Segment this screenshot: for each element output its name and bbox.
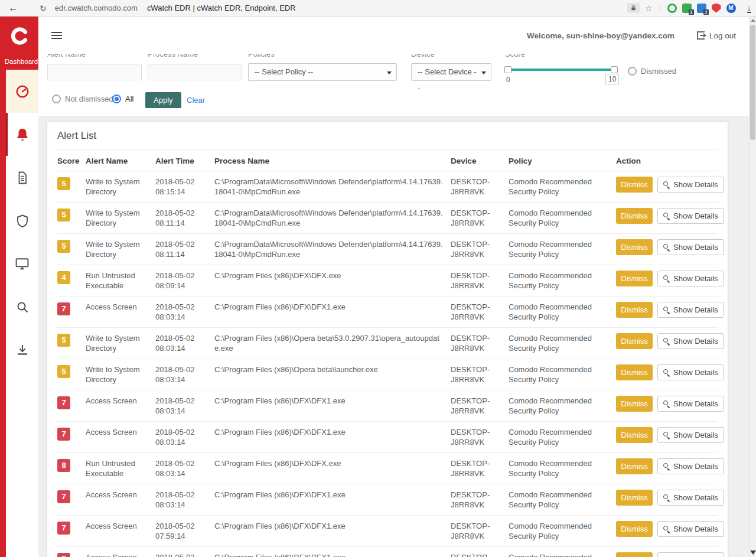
show-details-button[interactable]: Show Details [657, 239, 724, 255]
radio-circle-icon [628, 67, 637, 76]
device-cell: DESKTOP-J8RR8VK [451, 521, 509, 541]
action-cell: Dismiss Show Details [616, 490, 724, 506]
action-cell: Dismiss Show Details [616, 239, 724, 255]
not-dismissed-radio[interactable]: Not dismissed [52, 95, 113, 103]
dismiss-button[interactable]: Dismiss [616, 208, 653, 224]
dismiss-button[interactable]: Dismiss [616, 271, 653, 286]
device-cell: DESKTOP-J8RR8VK [451, 490, 509, 510]
dismiss-button[interactable]: Dismiss [616, 364, 653, 380]
show-details-button[interactable]: Show Details [657, 427, 724, 443]
sidebar-item-alerts[interactable] [6, 113, 38, 156]
extension-badge: 1 [689, 9, 693, 15]
all-radio[interactable]: All [112, 95, 133, 103]
alert-time-cell: 2018-05-02 08:11:14 [155, 208, 214, 228]
extension-blue-icon[interactable]: 1 [697, 4, 706, 13]
extension-shield-icon[interactable]: 1 [682, 4, 692, 13]
extension-red-shield-icon[interactable] [712, 4, 721, 13]
scrollbar-thumb[interactable] [750, 25, 755, 140]
sidebar-item-reports[interactable] [6, 156, 38, 199]
address-bar-url[interactable]: edr.cwatch.comodo.com [55, 4, 138, 12]
alert-time-cell: 2018-05-02 08:11:14 [155, 239, 214, 259]
all-radio-label: All [125, 95, 133, 103]
security-lock-icon[interactable] [627, 3, 640, 13]
downloads-icon[interactable]: ↓ [747, 3, 752, 13]
dismiss-button[interactable]: Dismiss [616, 490, 653, 506]
process-name-input[interactable] [148, 64, 242, 80]
score-cell: 5 [57, 208, 86, 222]
show-details-button[interactable]: Show Details [657, 364, 724, 380]
page-scrollbar[interactable] [749, 17, 756, 557]
back-icon[interactable]: ← [8, 2, 18, 14]
show-details-button[interactable]: Show Details [657, 208, 724, 224]
device-select[interactable]: -- Select Device -- [411, 63, 491, 81]
extension-adblock-icon[interactable] [667, 4, 677, 13]
show-details-label: Show Details [673, 337, 718, 346]
bookmark-star-icon[interactable]: ☆ [645, 4, 653, 13]
alert-time: 08:11:14 [155, 249, 207, 259]
alert-time-cell: 2018-05-02 08:03:14 [155, 427, 214, 447]
magnifier-icon [663, 432, 670, 438]
sidebar-item-dashboard[interactable] [6, 70, 38, 113]
process-name-cell: C:\ProgramData\Microsoft\Windows Defende… [214, 239, 451, 259]
alert-time: 08:03:14 [155, 312, 207, 322]
slider-handle-max[interactable] [611, 66, 618, 73]
scroll-down-icon[interactable] [750, 551, 756, 555]
policy-select[interactable]: -- Select Policy -- [248, 63, 397, 81]
magnifier-icon [663, 463, 670, 470]
dismiss-button[interactable]: Dismiss [616, 521, 653, 537]
alert-time: 08:11:14 [155, 218, 207, 228]
show-details-label: Show Details [673, 243, 718, 252]
alert-name-cell: Access Screen [86, 396, 155, 406]
show-details-button[interactable]: Show Details [657, 271, 724, 286]
dismiss-button[interactable]: Dismiss [616, 458, 653, 474]
dismiss-button[interactable]: Dismiss [616, 552, 653, 557]
comodo-logo[interactable] [0, 17, 38, 55]
reload-icon[interactable]: ↻ [40, 4, 47, 13]
show-details-button[interactable]: Show Details [657, 333, 724, 349]
device-cell: DESKTOP-J8RR8VK [451, 239, 509, 259]
show-details-button[interactable]: Show Details [657, 458, 724, 474]
dismiss-button[interactable]: Dismiss [616, 396, 653, 412]
dismiss-button[interactable]: Dismiss [616, 427, 653, 443]
sidebar-item-investigate[interactable] [6, 285, 38, 328]
logout-button[interactable]: Log out [697, 31, 736, 40]
dismiss-button[interactable]: Dismiss [616, 333, 653, 349]
welcome-text: Welcome, sun-shine-boy@yandex.com [527, 31, 674, 40]
alert-name-cell: Access Screen [86, 552, 155, 557]
show-details-button[interactable]: Show Details [657, 521, 724, 537]
policy-select-value: -- Select Policy -- [255, 67, 313, 76]
show-details-button[interactable]: Show Details [657, 396, 724, 412]
alert-time-cell: 2018-05-02 07:59:14 [155, 521, 214, 541]
extension-mail-icon[interactable]: M [726, 4, 736, 13]
dismiss-button[interactable]: Dismiss [616, 239, 653, 255]
magnifier-icon [663, 338, 670, 344]
show-details-button[interactable]: Show Details [657, 177, 724, 193]
filter-label-device: Device [411, 54, 435, 60]
dismissed-radio[interactable]: Dismissed [628, 67, 676, 76]
score-slider[interactable] [505, 65, 617, 73]
process-name-cell: C:\Program Files (x86)\DFX\DFX.exe [214, 458, 451, 468]
scroll-up-icon[interactable] [751, 19, 755, 22]
process-name-cell: C:\ProgramData\Microsoft\Windows Defende… [214, 177, 451, 197]
dismiss-button[interactable]: Dismiss [616, 302, 653, 318]
policy-cell: Comodo Recommended Security Policy [509, 271, 616, 291]
clear-link[interactable]: Clear [187, 96, 205, 105]
sidebar-item-devices[interactable] [6, 242, 38, 285]
show-details-button[interactable]: Show Details [657, 552, 724, 557]
show-details-button[interactable]: Show Details [657, 490, 724, 506]
score-cell: 7 [57, 521, 86, 535]
menu-icon[interactable] [51, 32, 62, 39]
device-cell: DESKTOP-J8RR8VK [451, 302, 509, 322]
dismiss-button[interactable]: Dismiss [616, 177, 653, 193]
slider-handle-min[interactable] [504, 66, 511, 73]
alert-date: 2018-05-02 [155, 208, 207, 218]
sidebar-item-downloads[interactable] [6, 328, 38, 372]
process-name-cell: C:\Program Files (x86)\Opera beta\launch… [214, 364, 451, 374]
apply-button[interactable]: Apply [145, 92, 181, 108]
action-cell: Dismiss Show Details [616, 208, 724, 224]
show-details-button[interactable]: Show Details [657, 302, 724, 318]
score-badge: 5 [57, 365, 70, 378]
sidebar: Dashboard [0, 17, 38, 557]
alert-name-input[interactable] [47, 64, 142, 80]
sidebar-item-policies[interactable] [6, 199, 38, 242]
